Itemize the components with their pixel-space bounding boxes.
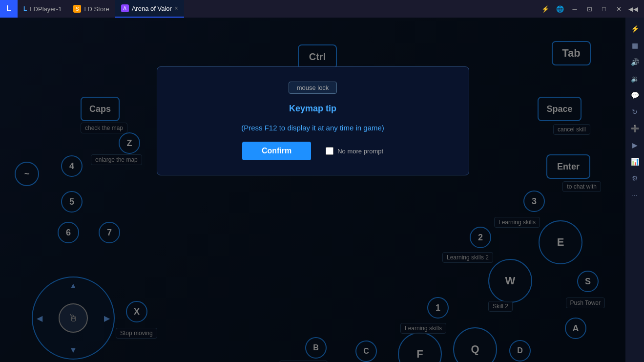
sidebar-icon-lightning[interactable]: ⚡	[627, 21, 642, 36]
tab-ldplayer[interactable]: L LDPlayer-1	[18, 0, 67, 18]
keymap-tip-modal: mouse lock Keymap tip (Press F12 to disp…	[157, 66, 469, 175]
confirm-button[interactable]: Confirm	[242, 142, 311, 160]
tab-arena-close[interactable]: ×	[175, 5, 178, 12]
lightning-icon[interactable]: ⚡	[539, 2, 552, 16]
modal-overlay: mouse lock Keymap tip (Press F12 to disp…	[0, 18, 625, 362]
ldstore-icon: S	[73, 5, 81, 13]
modal-subtitle: (Press F12 to display it at any time in …	[241, 124, 384, 132]
no-prompt-check: No more prompt	[326, 147, 383, 155]
modal-actions: Confirm No more prompt	[242, 142, 383, 160]
right-sidebar: ⚡ ▦ 🔊 🔉 💬 ↻ ➕ ▶ 📊 ⚙ ···	[625, 18, 644, 362]
tab-ldplayer-label: LDPlayer-1	[30, 5, 62, 13]
tab-ldstore[interactable]: S LD Store	[67, 0, 115, 18]
sidebar-icon-rotate[interactable]: ↻	[627, 105, 642, 119]
tab-ldstore-label: LD Store	[84, 5, 109, 13]
sidebar-icon-video[interactable]: ▶	[627, 138, 642, 152]
maximize-icon[interactable]: □	[597, 2, 611, 16]
sidebar-icon-volume-down[interactable]: 🔉	[627, 71, 642, 86]
tab-arena-label: Arena of Valor	[132, 5, 172, 12]
no-prompt-label: No more prompt	[337, 148, 383, 155]
resize-icon[interactable]: ⊡	[582, 2, 596, 16]
minimize-icon[interactable]: ─	[568, 2, 582, 16]
sidebar-icon-chat[interactable]: 💬	[627, 88, 642, 103]
sidebar-icon-add[interactable]: ➕	[627, 121, 642, 136]
arena-icon: A	[121, 4, 129, 12]
sidebar-icon-grid[interactable]: ▦	[627, 38, 642, 53]
titlebar: L L LDPlayer-1 S LD Store A Arena of Val…	[0, 0, 644, 18]
globe-icon[interactable]: 🌐	[553, 2, 567, 16]
modal-title: Keymap tip	[289, 104, 336, 114]
sidebar-icon-more[interactable]: ···	[627, 188, 642, 202]
sidebar-icon-bar-chart[interactable]: 📊	[627, 154, 642, 169]
sidebar-icon-volume-up[interactable]: 🔊	[627, 55, 642, 69]
ldplayer-icon: L	[23, 5, 27, 12]
back-icon[interactable]: ◀◀	[626, 2, 640, 16]
tab-arena[interactable]: A Arena of Valor ×	[115, 0, 184, 18]
no-prompt-checkbox[interactable]	[326, 147, 333, 155]
app-logo: L	[0, 0, 18, 18]
close-window-icon[interactable]: ✕	[612, 2, 625, 16]
window-controls: ⚡ 🌐 ─ ⊡ □ ✕ ◀◀	[539, 2, 644, 16]
mouse-lock-label: mouse lock	[289, 82, 337, 94]
sidebar-icon-settings[interactable]: ⚙	[627, 171, 642, 186]
